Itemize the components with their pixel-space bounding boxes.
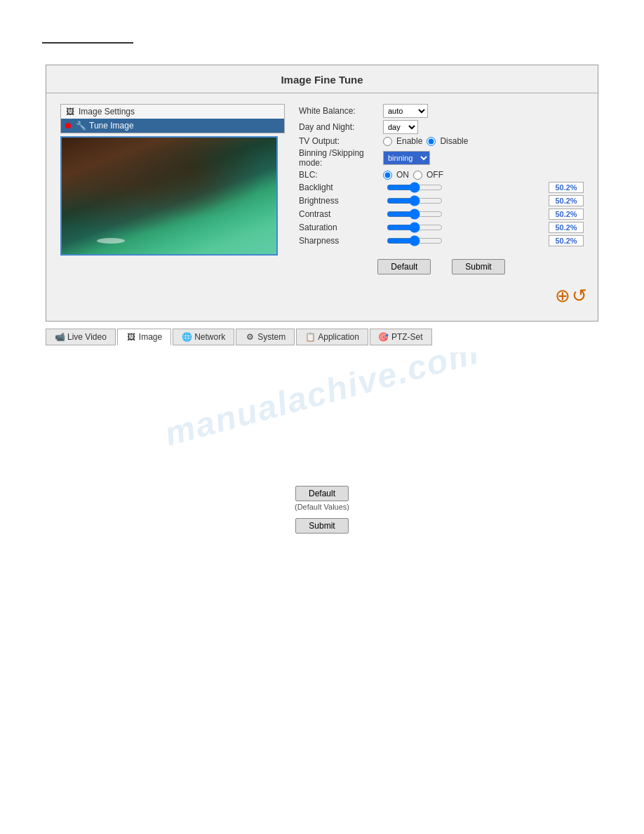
blc-off-radio[interactable] bbox=[413, 171, 422, 180]
top-decorative-line bbox=[42, 42, 133, 44]
system-icon: ⚙ bbox=[245, 332, 255, 342]
blc-row: BLC: ON OFF bbox=[299, 170, 584, 180]
logo-area: ⊕ ↺ bbox=[46, 282, 598, 307]
application-icon: 📋 bbox=[305, 332, 315, 342]
right-panel: White Balance: auto manual indoor outdoo… bbox=[299, 104, 584, 274]
image-settings-icon: 🖼 bbox=[65, 107, 75, 117]
backlight-slider[interactable] bbox=[387, 183, 443, 192]
saturation-slider-row: Saturation 50.2% bbox=[299, 222, 584, 233]
white-balance-label: White Balance: bbox=[299, 106, 383, 116]
sharpness-slider-row: Sharpness 50.2% bbox=[299, 235, 584, 246]
tab-application[interactable]: 📋 Application bbox=[296, 329, 368, 345]
tv-output-row: TV Output: Enable Disable bbox=[299, 136, 584, 146]
contrast-value: 50.2% bbox=[549, 208, 584, 220]
tab-system[interactable]: ⚙ System bbox=[236, 329, 295, 345]
blc-on-radio[interactable] bbox=[383, 171, 392, 180]
tune-image-icon: 🔧 bbox=[76, 121, 86, 131]
watermark-text: manualachive.com bbox=[6, 352, 638, 479]
binning-select[interactable]: binning skipping bbox=[383, 151, 430, 165]
watermark-area: manualachive.com bbox=[0, 352, 644, 479]
blc-label: BLC: bbox=[299, 170, 383, 180]
white-balance-value: auto manual indoor outdoor bbox=[383, 104, 584, 118]
sliders-section: Backlight 50.2% Brightness 50.2% Contras… bbox=[299, 182, 584, 246]
page-title: Image Fine Tune bbox=[46, 65, 598, 93]
tv-output-label: TV Output: bbox=[299, 136, 383, 146]
sharpness-slider[interactable] bbox=[387, 236, 443, 246]
sidebar-item-image-settings[interactable]: 🖼 Image Settings bbox=[61, 105, 284, 119]
action-buttons-row: Default Submit bbox=[299, 259, 584, 274]
sharpness-label: Sharpness bbox=[299, 236, 383, 246]
backlight-value: 50.2% bbox=[549, 182, 584, 193]
camera-preview bbox=[60, 136, 278, 256]
brightness-slider-row: Brightness 50.2% bbox=[299, 195, 584, 206]
saturation-label: Saturation bbox=[299, 223, 383, 232]
nav-tabs: 📹 Live Video 🖼 Image 🌐 Network ⚙ System … bbox=[0, 329, 644, 345]
sidebar-item-tune-label: Tune Image bbox=[89, 121, 134, 131]
brand-logo: ⊕ ↺ bbox=[555, 285, 587, 307]
page-wrapper: Image Fine Tune 🖼 Image Settings 🔧 Tune … bbox=[0, 0, 644, 834]
ptz-set-icon: 🎯 bbox=[379, 332, 389, 342]
main-container: Image Fine Tune 🖼 Image Settings 🔧 Tune … bbox=[46, 65, 598, 322]
tab-live-video-label: Live Video bbox=[67, 332, 107, 342]
tv-output-disable-radio[interactable] bbox=[427, 137, 436, 146]
tab-application-label: Application bbox=[318, 332, 359, 342]
binning-row: Binning /Skipping mode: binning skipping bbox=[299, 148, 584, 168]
left-panel: 🖼 Image Settings 🔧 Tune Image bbox=[60, 104, 285, 274]
day-night-row: Day and Night: day night auto bbox=[299, 120, 584, 134]
saturation-slider[interactable] bbox=[387, 223, 443, 232]
blc-on-label: ON bbox=[396, 170, 409, 180]
saturation-value: 50.2% bbox=[549, 222, 584, 233]
default-button[interactable]: Default bbox=[377, 259, 431, 274]
bottom-submit-button[interactable]: Submit bbox=[295, 518, 348, 534]
tv-output-enable-radio[interactable] bbox=[383, 137, 392, 146]
live-video-icon: 📹 bbox=[55, 332, 65, 342]
brightness-slider[interactable] bbox=[387, 196, 443, 206]
tab-ptz-set[interactable]: 🎯 PTZ-Set bbox=[370, 329, 432, 345]
binning-label: Binning /Skipping mode: bbox=[299, 148, 383, 168]
contrast-slider-row: Contrast 50.2% bbox=[299, 208, 584, 220]
blc-off-label: OFF bbox=[427, 170, 443, 180]
tab-live-video[interactable]: 📹 Live Video bbox=[46, 329, 116, 345]
bottom-buttons-section: Default (Default Values) Submit bbox=[0, 486, 644, 534]
bottom-default-container: Default (Default Values) bbox=[0, 486, 644, 511]
sharpness-value: 50.2% bbox=[549, 235, 584, 246]
content-area: 🖼 Image Settings 🔧 Tune Image bbox=[46, 93, 598, 282]
tab-system-label: System bbox=[257, 332, 286, 342]
sidebar-item-tune-image[interactable]: 🔧 Tune Image bbox=[61, 119, 284, 133]
brightness-label: Brightness bbox=[299, 196, 383, 206]
tab-image-label: Image bbox=[139, 332, 162, 342]
active-indicator-dot bbox=[65, 123, 71, 128]
blc-radio-group: ON OFF bbox=[383, 170, 584, 180]
brightness-value: 50.2% bbox=[549, 195, 584, 206]
logo-u-icon: ↺ bbox=[572, 285, 587, 307]
tv-output-radio-group: Enable Disable bbox=[383, 136, 584, 146]
tab-network-label: Network bbox=[194, 332, 225, 342]
contrast-label: Contrast bbox=[299, 209, 383, 219]
backlight-label: Backlight bbox=[299, 183, 383, 192]
backlight-slider-row: Backlight 50.2% bbox=[299, 182, 584, 193]
tv-output-enable-label: Enable bbox=[396, 136, 422, 146]
white-balance-select[interactable]: auto manual indoor outdoor bbox=[383, 104, 428, 118]
logo-circle-icon: ⊕ bbox=[555, 285, 570, 307]
white-balance-row: White Balance: auto manual indoor outdoo… bbox=[299, 104, 584, 118]
submit-button[interactable]: Submit bbox=[452, 259, 504, 274]
day-night-label: Day and Night: bbox=[299, 122, 383, 132]
day-night-value: day night auto bbox=[383, 120, 584, 134]
network-icon: 🌐 bbox=[182, 332, 192, 342]
bottom-default-button[interactable]: Default bbox=[295, 486, 349, 501]
bottom-default-values-label: (Default Values) bbox=[0, 503, 644, 511]
day-night-select[interactable]: day night auto bbox=[383, 120, 418, 134]
binning-value: binning skipping bbox=[383, 151, 584, 165]
tab-ptz-set-label: PTZ-Set bbox=[391, 332, 423, 342]
tab-image[interactable]: 🖼 Image bbox=[117, 329, 171, 345]
contrast-slider[interactable] bbox=[387, 209, 443, 219]
sidebar-menu: 🖼 Image Settings 🔧 Tune Image bbox=[60, 104, 285, 133]
tv-output-disable-label: Disable bbox=[440, 136, 468, 146]
tab-network[interactable]: 🌐 Network bbox=[173, 329, 234, 345]
sidebar-item-label: Image Settings bbox=[79, 107, 135, 117]
image-icon: 🖼 bbox=[126, 332, 136, 342]
